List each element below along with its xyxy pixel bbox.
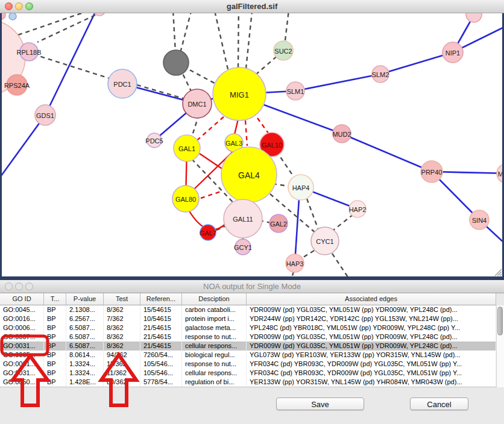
table-row-6[interactable]: GO:0031...BP1.3324...11/362105/546...res… <box>0 360 496 369</box>
cell-go_id: GO:0045... <box>0 305 44 314</box>
network-node-NIP1[interactable]: NIP1 <box>443 42 463 63</box>
node-label: HAP2 <box>349 206 367 213</box>
node-label: GAL80 <box>175 196 196 203</box>
node-label: MIG1 <box>230 90 249 99</box>
network-node-PDC1[interactable]: PDC1 <box>108 69 137 98</box>
table-row-2[interactable]: GO:0006...BP6.5087...8/36221/54615galact… <box>0 323 496 332</box>
network-edge <box>245 120 247 146</box>
node-label: GAL3 <box>225 140 242 147</box>
network-node-GAL80[interactable]: GAL80 <box>172 186 199 212</box>
cell-p_value: 6.2567... <box>66 314 104 323</box>
network-node-SUC2[interactable]: SUC2 <box>274 41 293 60</box>
network-edge <box>285 13 290 40</box>
network-edges <box>2 13 502 276</box>
node-label: PDC5 <box>145 137 163 145</box>
network-node-MIG1[interactable]: MIG1 <box>213 67 266 120</box>
cell-associated_edges: YDR009W (pd) YGL035C, YML051W (pp) YDR00… <box>247 305 496 314</box>
node-label: MSL1 <box>498 170 502 178</box>
network-graph[interactable]: RPL18BRPS24AGDS1PDC1DMC1MIG1SUC2SLM1SLM2… <box>2 13 502 276</box>
cell-type: BP <box>44 314 66 323</box>
network-edge <box>333 214 353 230</box>
network-edge <box>332 254 348 276</box>
network-node-PRP40[interactable]: PRP40 <box>421 161 443 182</box>
resize-grip-icon[interactable] <box>495 269 502 276</box>
network-edge <box>201 192 221 198</box>
network-edge <box>2 115 45 181</box>
cell-description: response to nut... <box>182 332 247 341</box>
network-node-corner-node-1[interactable] <box>2 13 5 19</box>
node-label: HAP3 <box>286 260 304 267</box>
network-node-GCY1[interactable]: GCY1 <box>234 239 252 255</box>
network-canvas[interactable]: RPL18BRPS24AGDS1PDC1DMC1MIG1SUC2SLM1SLM2… <box>0 13 504 278</box>
cell-associated_edges: YFR034C (pd) YBR093C, YDR009W (pd) YGL03… <box>247 360 496 369</box>
cell-go_id: GO:0007... <box>0 332 44 341</box>
column-header-go_id[interactable]: GO ID <box>0 293 44 305</box>
network-node-GAL4[interactable]: GAL4 <box>221 147 277 202</box>
column-header-test[interactable]: Test <box>104 293 140 305</box>
network-node-GDS1[interactable]: GDS1 <box>35 105 55 125</box>
network-node-DMC1[interactable]: DMC1 <box>183 89 212 118</box>
column-header-description[interactable]: Desciption <box>182 293 247 305</box>
network-node-HAP2[interactable]: HAP2 <box>349 201 367 217</box>
table-row-7[interactable]: GO:0031...BP1.3324...11/362105/546...cel… <box>0 369 496 378</box>
network-edge <box>33 54 119 81</box>
cell-go_id: GO:0031... <box>0 341 44 351</box>
cell-go_id: GO:0065... <box>0 351 44 360</box>
network-node-HAP4[interactable]: HAP4 <box>288 175 313 200</box>
network-node-SLM2[interactable]: SLM2 <box>372 66 389 83</box>
column-header-reference[interactable]: Referen... <box>140 293 182 305</box>
save-button[interactable]: Save <box>276 398 364 410</box>
network-node-MUD2[interactable]: MUD2 <box>332 125 351 143</box>
table-row-8[interactable]: GO:0050...BP1.428E...80/3625778/54...reg… <box>0 378 496 387</box>
node-label: GAL7 <box>200 229 216 237</box>
column-header-associated_edges[interactable]: Associated edges <box>247 293 496 305</box>
network-node-gray-node[interactable] <box>163 50 189 75</box>
network-node-GAL7[interactable]: GAL7 <box>200 225 216 240</box>
network-node-MSL1[interactable]: MSL1 <box>497 164 502 183</box>
node-label: DMC1 <box>187 101 206 108</box>
table-row-0[interactable]: GO:0045...BP2.1308...8/36215/54615carbon… <box>0 305 496 314</box>
network-node-top-right-cut-node[interactable] <box>466 13 482 22</box>
cell-description: regulation of bi... <box>182 378 247 387</box>
node-label: GAL2 <box>270 220 287 228</box>
noa-window-titlebar[interactable]: NOA output for Single Mode <box>0 280 504 293</box>
node-label: GDS1 <box>36 112 54 119</box>
network-edge <box>238 13 239 67</box>
network-edge <box>295 190 300 263</box>
network-edge <box>200 154 224 170</box>
cell-description: galactose meta... <box>182 323 247 332</box>
cell-p_value: 1.3324... <box>66 369 104 378</box>
network-node-SIN4[interactable]: SIN4 <box>470 210 489 229</box>
network-edge <box>307 199 318 229</box>
table-row-5[interactable]: GO:0065...BP8.0614...94/3627260/54...bio… <box>0 351 496 360</box>
cell-reference: 105/546... <box>140 360 182 369</box>
network-node-GAL1[interactable]: GAL1 <box>174 135 200 161</box>
network-node-CYC1[interactable]: CYC1 <box>311 227 339 255</box>
cancel-button[interactable]: Cancel <box>410 398 468 410</box>
node-label: GAL10 <box>262 142 282 149</box>
table-row-4[interactable]: GO:0031...BP6.5087...8/36221/54615cellul… <box>0 341 496 351</box>
node-label: SUC2 <box>274 48 292 55</box>
network-window-titlebar[interactable]: galFiltered.sif <box>0 0 504 13</box>
node-label: NIP1 <box>446 49 460 57</box>
network-node-GAL11[interactable]: GAL11 <box>224 199 262 238</box>
node-label: RPL18B <box>17 49 42 56</box>
table-row-1[interactable]: GO:0016...BP6.2567...7/36210/54615protei… <box>0 314 496 323</box>
column-header-p_value[interactable]: P-value <box>66 293 104 305</box>
network-node-HAP3[interactable]: HAP3 <box>286 254 304 272</box>
cell-p_value: 8.0614... <box>66 351 104 360</box>
node-label: GCY1 <box>234 244 252 251</box>
cell-reference: 15/54615 <box>140 305 182 314</box>
node-label: PRP40 <box>421 169 443 176</box>
network-node-SLM1[interactable]: SLM1 <box>286 82 304 100</box>
vertical-scrollbar[interactable] <box>496 305 504 387</box>
network-node-corner-node-2[interactable] <box>9 13 16 20</box>
cell-test: 8/362 <box>104 323 140 332</box>
network-node-GAL2[interactable]: GAL2 <box>269 214 288 232</box>
cell-p_value: 1.3324... <box>66 360 104 369</box>
cell-reference: 21/54615 <box>140 341 182 351</box>
table-row-3[interactable]: GO:0007...BP6.5087...8/36221/54615respon… <box>0 332 496 341</box>
column-header-type[interactable]: T... <box>44 293 66 305</box>
cell-associated_edges: YDR244W (pp) YDR142C, YDR142C (pp) YGL15… <box>247 314 496 323</box>
scrollbar-thumb[interactable] <box>497 307 503 335</box>
